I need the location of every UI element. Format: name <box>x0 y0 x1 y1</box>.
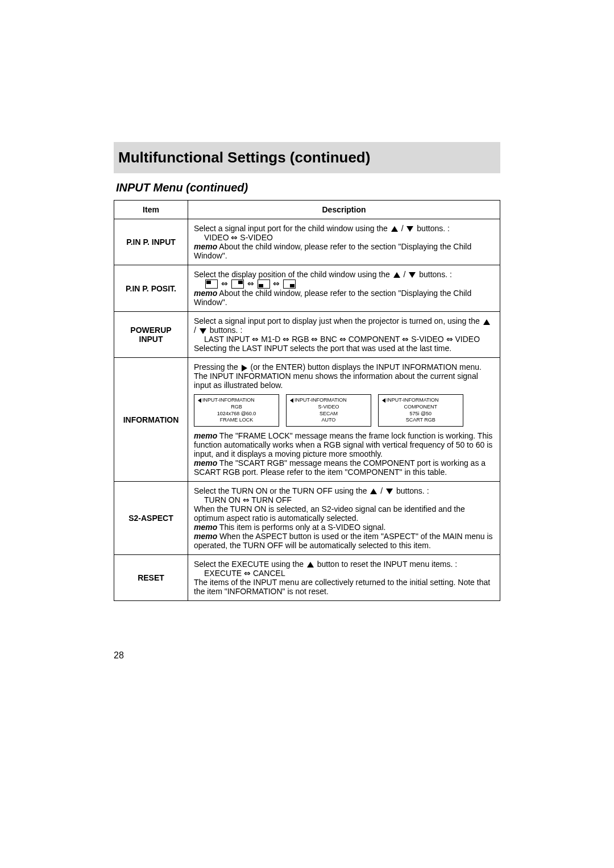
bidir-icon: ⇔ <box>273 279 280 288</box>
text: Select the EXECUTE using the <box>194 560 306 569</box>
text: SCART RGB <box>382 417 459 424</box>
text: About the child window, please refer to … <box>194 289 471 307</box>
arrow-left-icon <box>290 398 293 403</box>
text: The INPUT INFORMATION menu shows the inf… <box>194 372 478 390</box>
memo-label: memo <box>194 458 217 468</box>
item-label: P.IN P. POSIT. <box>114 265 188 312</box>
table-row: P.IN P. POSIT. Select the display positi… <box>114 265 500 312</box>
text: When the TURN ON is selected, an S2-vide… <box>194 504 465 523</box>
text: When the ASPECT button is used or the it… <box>194 532 493 550</box>
text: / <box>194 326 198 335</box>
bidir-icon: ⇔ <box>221 279 228 288</box>
text: buttons. : <box>396 486 429 495</box>
info-box: INPUT-INFORMATION COMPONENT 575i @50 SCA… <box>378 394 463 427</box>
text: LAST INPUT ⇔ M1-D ⇔ RGB ⇔ BNC ⇔ COMPONEN… <box>194 335 480 344</box>
arrow-down-icon <box>200 328 206 334</box>
col-header-description: Description <box>188 201 500 219</box>
text: The "FRAME LOCK" message means the frame… <box>194 431 492 458</box>
memo-label: memo <box>194 289 217 298</box>
item-label: POWERUP INPUT <box>114 312 188 358</box>
item-label: S2-ASPECT <box>114 482 188 555</box>
arrow-up-icon <box>483 319 490 325</box>
text: / <box>401 224 406 233</box>
text: Select a signal input port to display ju… <box>194 316 482 326</box>
document-page: Multifunctional Settings (continued) INP… <box>114 142 500 601</box>
arrow-down-icon <box>406 226 413 232</box>
section-title: INPUT Menu (continued) <box>114 181 500 194</box>
arrow-right-icon <box>242 365 247 372</box>
item-description: Select the display position of the child… <box>188 265 500 312</box>
text: INPUT-INFORMATION <box>294 397 347 403</box>
text: AUTO <box>290 417 367 424</box>
text: 1024x768 @60.0 <box>198 411 275 418</box>
text: 575i @50 <box>382 411 459 418</box>
text: buttons. : <box>419 270 452 279</box>
table-row: S2-ASPECT Select the TURN ON or the TURN… <box>114 482 500 555</box>
info-box: INPUT-INFORMATION S-VIDEO SECAM AUTO <box>286 394 371 427</box>
col-header-item: Item <box>114 201 188 219</box>
text: About the child window, please refer to … <box>194 242 471 260</box>
arrow-up-icon <box>391 226 398 232</box>
table-row: INFORMATION Pressing the (or the ENTER) … <box>114 358 500 482</box>
text: (or the ENTER) button displays the INPUT… <box>251 362 482 372</box>
text: Select the TURN ON or the TURN OFF using… <box>194 486 369 495</box>
text: The items of the INPUT menu are collecti… <box>194 578 490 596</box>
posit-icons: ⇔ ⇔ ⇔ <box>194 279 297 288</box>
memo-label: memo <box>194 431 217 440</box>
info-box: INPUT-INFORMATION RGB 1024x768 @60.0 FRA… <box>194 394 279 427</box>
text: TURN ON ⇔ TURN OFF <box>194 495 292 504</box>
arrow-up-icon <box>370 489 377 494</box>
item-description: Pressing the (or the ENTER) button displ… <box>188 358 500 482</box>
info-illustrations: INPUT-INFORMATION RGB 1024x768 @60.0 FRA… <box>194 394 494 427</box>
table-row: RESET Select the EXECUTE using the butto… <box>114 555 500 601</box>
text: Select a signal input port for the child… <box>194 224 390 233</box>
text: SECAM <box>290 411 367 418</box>
text: The "SCART RGB" message means the COMPON… <box>194 458 486 477</box>
text: VIDEO ⇔ S-VIDEO <box>194 233 273 242</box>
arrow-down-icon <box>409 272 416 278</box>
arrow-up-icon <box>393 272 400 278</box>
arrow-left-icon <box>382 398 385 403</box>
arrow-up-icon <box>307 562 314 567</box>
text: Pressing the <box>194 362 240 372</box>
item-description: Select the EXECUTE using the button to r… <box>188 555 500 601</box>
posit-bottom-right-icon <box>283 279 296 289</box>
posit-bottom-left-icon <box>258 279 270 289</box>
text: INPUT-INFORMATION <box>202 397 255 403</box>
arrow-left-icon <box>198 398 201 403</box>
bidir-icon: ⇔ <box>247 279 254 288</box>
menu-table: Item Description P.IN P. INPUT Select a … <box>114 200 500 601</box>
arrow-down-icon <box>386 489 393 494</box>
text: / <box>404 270 408 279</box>
text: buttons. : <box>210 326 243 335</box>
posit-top-right-icon <box>231 279 244 289</box>
item-label: INFORMATION <box>114 358 188 482</box>
item-label: P.IN P. INPUT <box>114 219 188 265</box>
page-title: Multifunctional Settings (continued) <box>114 142 500 173</box>
posit-top-left-icon <box>205 279 218 289</box>
text: RGB <box>198 404 275 411</box>
table-row: POWERUP INPUT Select a signal input port… <box>114 312 500 358</box>
page-number: 28 <box>114 650 124 661</box>
text: This item is performs only at a S-VIDEO … <box>217 523 385 532</box>
text: Selecting the LAST INPUT selects the por… <box>194 344 451 353</box>
memo-label: memo <box>194 532 217 541</box>
text: FRAME LOCK <box>198 417 275 424</box>
item-description: Select a signal input port to display ju… <box>188 312 500 358</box>
memo-label: memo <box>194 523 217 532</box>
memo-label: memo <box>194 242 217 251</box>
table-header-row: Item Description <box>114 201 500 219</box>
text: buttons. : <box>417 224 450 233</box>
text: button to reset the INPUT menu items. : <box>317 560 457 569</box>
table-row: P.IN P. INPUT Select a signal input port… <box>114 219 500 265</box>
text: COMPONENT <box>382 404 459 411</box>
text: INPUT-INFORMATION <box>387 397 439 403</box>
item-description: Select a signal input port for the child… <box>188 219 500 265</box>
item-description: Select the TURN ON or the TURN OFF using… <box>188 482 500 555</box>
text: EXECUTE ⇔ CANCEL <box>194 569 285 578</box>
item-label: RESET <box>114 555 188 601</box>
text: / <box>380 486 385 495</box>
text: S-VIDEO <box>290 404 367 411</box>
text: Select the display position of the child… <box>194 270 392 279</box>
